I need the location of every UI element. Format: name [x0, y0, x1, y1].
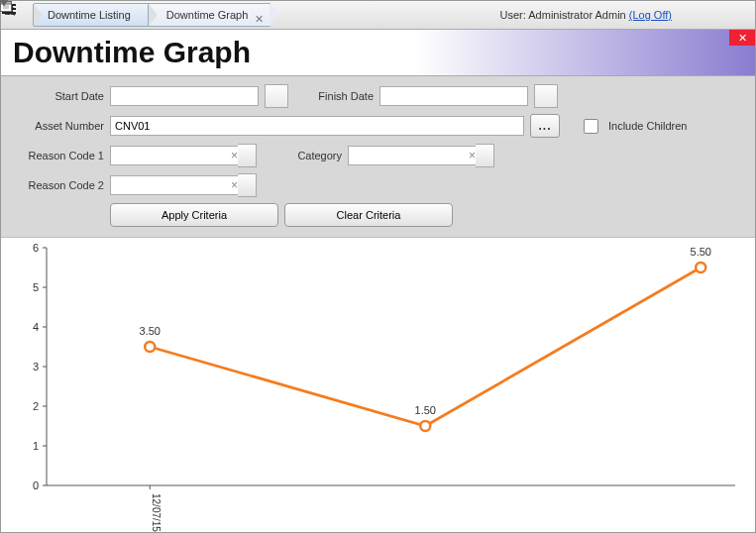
search-icon[interactable] — [680, 6, 698, 24]
reason1-input[interactable] — [110, 146, 249, 165]
downtime-line-chart: 012345612/07/153.501.505.50 — [1, 238, 755, 533]
reason2-combo: × — [110, 173, 257, 197]
category-combo: × — [348, 144, 494, 167]
reason1-clear-icon[interactable]: × — [231, 149, 238, 162]
breadcrumb-downtime-graph[interactable]: Downtime Graph ✕ — [148, 3, 271, 27]
breadcrumb-label: Downtime Listing — [48, 9, 131, 21]
help-icon[interactable]: ? — [705, 6, 723, 24]
topbar-right: User: Administrator Admin (Log Off) ? — [500, 6, 749, 24]
svg-point-30 — [145, 342, 155, 352]
reason1-label: Reason Code 1 — [11, 150, 104, 161]
svg-text:3.50: 3.50 — [140, 325, 161, 337]
asset-browse-button[interactable]: ... — [530, 114, 560, 138]
reason1-combo: × — [110, 144, 257, 167]
reason2-label: Reason Code 2 — [11, 179, 104, 191]
user-label: User: Administrator Admin (Log Off) — [500, 9, 672, 21]
svg-text:5.50: 5.50 — [691, 246, 711, 258]
close-panel-icon[interactable]: ✕ — [729, 30, 755, 46]
category-clear-icon[interactable]: × — [469, 149, 476, 162]
breadcrumb-downtime-listing[interactable]: Downtime Listing — [33, 3, 150, 27]
chart-area: 012345612/07/153.501.505.50 — [1, 238, 755, 532]
finish-date-calendar-icon[interactable] — [534, 84, 558, 108]
svg-text:3: 3 — [33, 361, 39, 373]
start-date-input[interactable] — [110, 86, 259, 106]
clear-criteria-button[interactable]: Clear Criteria — [284, 203, 453, 227]
svg-text:1: 1 — [33, 440, 39, 452]
svg-point-34 — [696, 263, 705, 272]
menu-icon[interactable] — [731, 6, 749, 24]
title-band: Downtime Graph ✕ — [1, 30, 755, 76]
finish-date-label: Finish Date — [294, 90, 374, 102]
svg-text:4: 4 — [33, 321, 39, 333]
page-title: Downtime Graph — [13, 36, 251, 69]
criteria-panel: Start Date Finish Date Asset Number ... … — [1, 76, 755, 238]
include-children-label: Include Children — [608, 120, 688, 132]
svg-text:12/07/15: 12/07/15 — [151, 493, 162, 532]
reason1-dropdown-icon[interactable] — [238, 144, 257, 167]
include-children-checkbox[interactable] — [584, 119, 598, 134]
reason2-dropdown-icon[interactable] — [238, 173, 257, 197]
category-label: Category — [263, 150, 342, 161]
svg-text:5: 5 — [33, 281, 39, 293]
svg-rect-5 — [2, 12, 16, 14]
reason2-clear-icon[interactable]: × — [231, 178, 238, 192]
logoff-link[interactable]: (Log Off) — [629, 9, 672, 21]
asset-number-input[interactable] — [110, 116, 524, 136]
topbar: Downtime Listing Downtime Graph ✕ User: … — [1, 1, 755, 30]
breadcrumb-label: Downtime Graph — [166, 9, 249, 21]
svg-text:6: 6 — [33, 242, 39, 254]
svg-point-32 — [420, 421, 430, 431]
start-date-label: Start Date — [11, 90, 104, 102]
start-date-calendar-icon[interactable] — [265, 84, 288, 108]
reason2-input[interactable] — [110, 175, 249, 195]
category-input[interactable] — [348, 146, 486, 165]
svg-text:1.50: 1.50 — [415, 404, 436, 416]
app-window: Downtime Listing Downtime Graph ✕ User: … — [0, 0, 756, 533]
category-dropdown-icon[interactable] — [476, 144, 494, 167]
finish-date-input[interactable] — [379, 86, 528, 106]
svg-text:2: 2 — [33, 400, 39, 412]
close-tab-icon[interactable]: ✕ — [255, 8, 264, 30]
asset-number-label: Asset Number — [11, 120, 104, 132]
apply-criteria-button[interactable]: Apply Criteria — [110, 203, 278, 227]
svg-text:0: 0 — [33, 480, 39, 491]
